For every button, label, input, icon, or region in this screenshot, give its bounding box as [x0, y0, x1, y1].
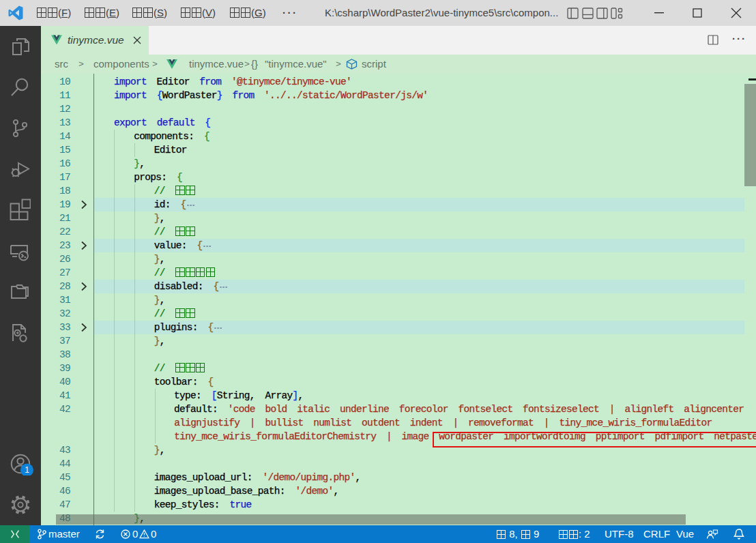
svg-text:1: 1 [25, 465, 29, 475]
